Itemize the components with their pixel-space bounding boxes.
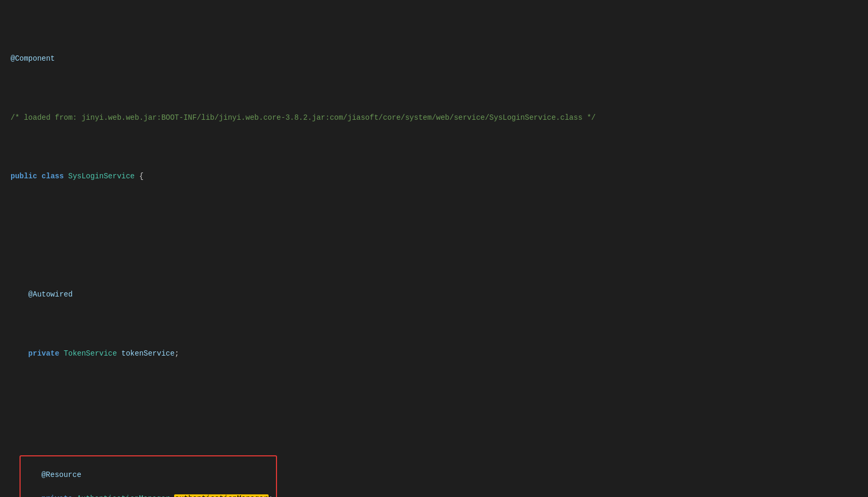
code-viewer: @Component /* loaded from: jinyi.web.web…	[0, 0, 868, 497]
annotation-resource: @Resource	[41, 471, 81, 479]
annotation-component: @Component	[11, 54, 55, 63]
line-2: /* loaded from: jinyi.web.web.jar:BOOT-I…	[0, 112, 868, 123]
line-3: public class SysLoginService {	[0, 170, 868, 182]
keyword-private-1: private	[28, 349, 60, 358]
type-tokenservice: TokenService	[64, 349, 117, 358]
field-authmgr-highlight: authenticationManager	[174, 494, 268, 497]
line-7	[0, 407, 868, 418]
keyword-public: public	[11, 172, 37, 180]
field-tokenservice: tokenService	[121, 349, 175, 358]
line-5: @Autowired	[0, 289, 868, 300]
line-1: @Component	[0, 53, 868, 64]
type-authmgr: AuthenticationManager	[77, 494, 170, 497]
comment-loaded-from: /* loaded from: jinyi.web.web.jar:BOOT-I…	[11, 113, 596, 122]
keyword-private-2: private	[41, 494, 72, 497]
line-6: private TokenService tokenService;	[0, 348, 868, 359]
class-name: SysLoginService	[68, 172, 135, 180]
resource-block: @Resource private AuthenticationManager …	[20, 455, 278, 497]
annotation-autowired-1: @Autowired	[28, 290, 73, 299]
line-4	[0, 230, 868, 241]
keyword-class: class	[42, 172, 64, 180]
